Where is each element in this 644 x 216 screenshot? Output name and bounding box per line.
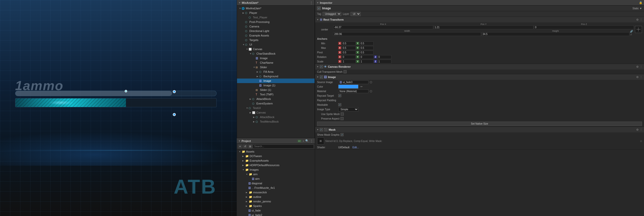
project-item-1[interactable]: ▶📁DOTween — [237, 154, 315, 158]
hierarchy-item-18[interactable]: ⊟Slider (1) — [237, 88, 315, 92]
tree-arrow-14[interactable]: ▶ — [257, 71, 259, 73]
mask-settings-icon[interactable]: ⚙ — [636, 128, 639, 131]
cull-transparent-checkbox[interactable] — [344, 70, 347, 73]
project-search-icon[interactable]: 🔍 — [305, 139, 309, 142]
scale-y-input[interactable] — [360, 60, 374, 63]
tree-arrow-20[interactable]: ▶ — [250, 98, 252, 100]
canvas-renderer-header[interactable]: ▼ 👁 Canvas Renderer ⚙ ⋮ — [315, 64, 644, 69]
hierarchy-menu-icon[interactable]: ⋮ — [310, 1, 313, 5]
project-item-5[interactable]: ▼📁aim — [237, 172, 315, 176]
hierarchy-item-8[interactable]: ▼⬡UI — [237, 42, 315, 47]
project-item-13[interactable]: 🖼ui_fade — [237, 208, 315, 213]
width-input[interactable] — [333, 32, 481, 36]
project-refresh-button[interactable]: ↺ — [243, 144, 247, 149]
pivot-x-input[interactable] — [342, 51, 356, 54]
image-component-settings-icon[interactable]: ⚙ — [636, 76, 639, 79]
layer-dropdown[interactable]: UI — [351, 12, 361, 16]
rect-transform-header[interactable]: ▼ ⊞ Rect Transform ⚙ ⋮ — [315, 17, 644, 22]
hierarchy-item-15[interactable]: ▶⬡Background — [237, 74, 315, 79]
project-item-12[interactable]: ▶📁Sparks — [237, 204, 315, 208]
color-picker-icon[interactable]: ✏ — [360, 85, 363, 88]
object-active-checkbox[interactable] — [317, 7, 321, 10]
hierarchy-item-11[interactable]: 🖼Image — [237, 56, 315, 60]
set-native-size-button[interactable]: Set Native Size — [317, 122, 642, 126]
scale-z-input[interactable] — [378, 60, 391, 63]
project-item-9[interactable]: ▶📁mouseclick — [237, 190, 315, 195]
hierarchy-item-22[interactable]: ▼⬡TestUI — [237, 106, 315, 110]
tree-arrow-15[interactable]: ▶ — [257, 75, 259, 78]
scale-x-input[interactable] — [342, 60, 356, 63]
rot-x-input[interactable] — [342, 55, 356, 59]
maskable-checkbox[interactable] — [338, 103, 341, 106]
source-image-picker-icon[interactable]: ⊙ — [369, 80, 372, 84]
show-mask-graphic-checkbox[interactable] — [341, 133, 344, 136]
hierarchy-item-13[interactable]: ▼⊟Slider — [237, 65, 315, 69]
project-item-6[interactable]: 🖼aim — [237, 176, 315, 181]
project-more-icon[interactable]: ⋮ — [310, 139, 313, 143]
project-item-8[interactable]: 🖼.... FronMuzzle_4x1 — [237, 186, 315, 190]
tree-arrow-8[interactable]: ▼ — [243, 44, 245, 46]
hierarchy-item-5[interactable]: ⬡Directional Light — [237, 29, 315, 33]
anchor-preset-icon[interactable] — [635, 26, 642, 33]
height-input[interactable] — [482, 32, 629, 36]
pivot-y-input[interactable] — [360, 51, 374, 54]
hierarchy-item-1[interactable]: ▶⬡Player — [237, 11, 315, 15]
rect-transform-settings-icon[interactable]: ⚙ — [636, 18, 639, 21]
pos-x-input[interactable] — [333, 25, 433, 29]
project-add-button[interactable]: + — [238, 144, 242, 149]
rot-y-input[interactable] — [360, 55, 374, 59]
pos-y-input[interactable] — [434, 25, 534, 29]
tag-dropdown[interactable]: Untagged — [323, 12, 341, 16]
raycast-target-checkbox[interactable] — [338, 94, 341, 97]
rot-z-input[interactable] — [378, 55, 391, 59]
hierarchy-item-3[interactable]: ⬡Post-Processing — [237, 20, 315, 24]
tree-arrow-23[interactable]: ▶ — [250, 112, 252, 114]
width-height-reset-icon[interactable]: ↺ — [630, 33, 634, 36]
project-item-4[interactable]: ▼📁Images — [237, 167, 315, 172]
hierarchy-item-12[interactable]: TCharName — [237, 60, 315, 65]
project-item-7[interactable]: 🖼diagonal — [237, 181, 315, 186]
project-search-input[interactable] — [253, 145, 314, 149]
mask-more-icon[interactable]: ⋮ — [640, 128, 642, 131]
project-item-14[interactable]: 🖼ui_fade2 — [237, 213, 315, 216]
tree-arrow-25[interactable]: ▶ — [253, 121, 256, 123]
anchor-max-x-input[interactable] — [342, 46, 356, 50]
project-item-10[interactable]: ▶📁outline — [237, 195, 315, 199]
hierarchy-item-14[interactable]: ▶⬡Fill Area — [237, 69, 315, 74]
project-item-11[interactable]: ▶📁render_jammo — [237, 199, 315, 204]
rect-transform-more-icon[interactable]: ⋮ — [640, 18, 642, 21]
anchor-max-y-input[interactable] — [360, 46, 374, 50]
hierarchy-item-0[interactable]: ▼🌐MixAndJam* — [237, 6, 315, 11]
hierarchy-item-10[interactable]: ▼⬡CharStatsBlock — [237, 51, 315, 56]
tree-arrow-1[interactable]: ▶ — [243, 12, 245, 14]
project-item-3[interactable]: ▶📁HDRPDefaultResources — [237, 163, 315, 167]
tree-arrow-13[interactable]: ▼ — [253, 66, 256, 68]
hierarchy-item-4[interactable]: ⬡Camera — [237, 24, 315, 29]
hierarchy-item-2[interactable]: ⬡Test_Player — [237, 15, 315, 20]
hierarchy-item-20[interactable]: ▶⬡AttackBlock — [237, 97, 315, 101]
image-type-dropdown[interactable]: Simple — [338, 107, 358, 112]
tree-arrow-9[interactable]: ▼ — [246, 48, 249, 50]
hierarchy-item-6[interactable]: ⬡Example Assets — [237, 33, 315, 38]
anchor-min-x-input[interactable] — [342, 42, 356, 45]
hierarchy-item-21[interactable]: ⬡EventSystem — [237, 101, 315, 106]
mask-enabled-checkbox[interactable] — [320, 128, 323, 131]
project-add-icon[interactable]: + — [303, 139, 304, 142]
image-component-enabled-checkbox[interactable] — [320, 76, 323, 79]
inspector-lock-icon[interactable]: 🔒 — [639, 1, 642, 4]
hierarchy-item-9[interactable]: ▼⬜Canvas — [237, 47, 315, 51]
mask-header[interactable]: ▼ ⬛ Mask ⚙ ⋮ — [315, 127, 644, 132]
canvas-renderer-more-icon[interactable]: ⋮ — [640, 65, 642, 68]
preserve-aspect-checkbox[interactable] — [341, 117, 344, 120]
object-static-dropdown[interactable]: Static ▼ — [632, 7, 642, 10]
anchor-min-y-input[interactable] — [360, 42, 374, 45]
use-sprite-checkbox[interactable] — [341, 113, 344, 116]
hierarchy-item-17[interactable]: 🖼Image (1) — [237, 83, 315, 88]
project-item-2[interactable]: ▶📁ExampleAssets — [237, 158, 315, 163]
image-component-more-icon[interactable]: ⋮ — [640, 76, 642, 79]
image-component-header[interactable]: ▼ 🖼 Image ⚙ ⋮ — [315, 74, 644, 80]
tree-arrow-0[interactable]: ▼ — [239, 7, 242, 10]
canvas-renderer-settings-icon[interactable]: ⚙ — [636, 65, 639, 68]
hierarchy-item-23[interactable]: ▶⬜Canvas — [237, 110, 315, 115]
pos-z-input[interactable] — [534, 25, 634, 29]
